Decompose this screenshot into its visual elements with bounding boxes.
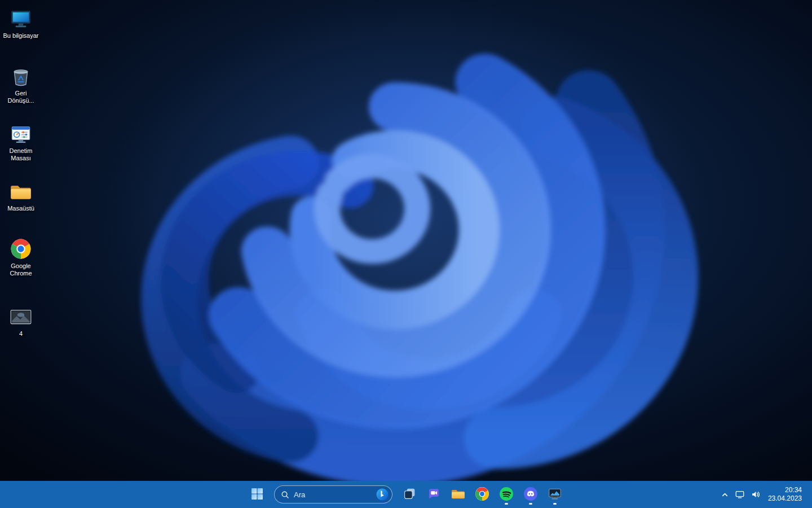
desktop-icon-masaustu-folder[interactable]: Masaüstü: [1, 176, 41, 234]
desktop-icon-recycle-bin[interactable]: Geri Dönüşü...: [1, 61, 41, 119]
this-pc-icon: [9, 7, 33, 30]
volume-icon: [751, 489, 761, 500]
desktop-icon-label: Masaüstü: [7, 205, 34, 212]
chrome-icon: [475, 487, 489, 503]
running-indicator: [505, 503, 508, 505]
folder-icon: [9, 179, 33, 203]
recycle-bin-icon: [9, 64, 33, 88]
desktop-icon-label: 4: [19, 330, 23, 338]
clock[interactable]: 20:34 23.04.2023: [764, 484, 806, 505]
clock-date: 23.04.2023: [768, 494, 802, 503]
file-explorer-button[interactable]: [447, 483, 469, 506]
show-desktop-button[interactable]: [806, 481, 810, 508]
monitor-chart-icon: [548, 487, 562, 503]
desktop-icon-control-panel[interactable]: Denetim Masası: [1, 119, 41, 176]
running-indicator: [529, 503, 532, 505]
clock-time: 20:34: [768, 486, 802, 494]
windows-logo-icon: [250, 487, 264, 502]
desktop-icon-this-pc[interactable]: Bu bilgisayar: [1, 3, 41, 61]
bing-search-button[interactable]: [375, 487, 390, 502]
discord-icon: [523, 487, 538, 503]
chrome-button[interactable]: [471, 483, 493, 506]
chevron-up-icon: [721, 491, 729, 499]
running-indicator: [553, 503, 557, 505]
task-view-icon: [403, 487, 417, 502]
search-icon: [281, 491, 289, 499]
folder-icon: [451, 486, 466, 503]
wallpaper: [0, 0, 812, 481]
desktop-icon-label: Geri Dönüşü...: [1, 90, 41, 104]
network-button[interactable]: [732, 484, 748, 505]
chat-button[interactable]: [422, 483, 445, 506]
discord-button[interactable]: [519, 483, 542, 506]
display-network-icon: [735, 489, 745, 500]
volume-button[interactable]: [748, 484, 764, 505]
bing-icon: [376, 488, 389, 501]
taskbar-center: [246, 481, 566, 508]
desktop-icon-image-4[interactable]: 4: [1, 301, 41, 359]
desktop: Bu bilgisayar Geri Dönüşü...: [0, 0, 812, 481]
task-view-button[interactable]: [398, 483, 421, 506]
desktop-icon-label: Bu bilgisayar: [3, 32, 39, 40]
chat-icon: [427, 487, 441, 502]
system-tray: 20:34 23.04.2023: [718, 481, 812, 508]
search-input[interactable]: [294, 491, 370, 499]
desktop-icon-google-chrome[interactable]: Google Chrome: [1, 234, 41, 291]
desktop-icon-label: Google Chrome: [1, 262, 41, 277]
hidden-icons-button[interactable]: [718, 484, 732, 505]
chrome-icon: [9, 237, 33, 261]
spotify-button[interactable]: [495, 483, 518, 506]
system-monitor-button[interactable]: [544, 483, 566, 506]
control-panel-icon: [9, 122, 33, 146]
desktop-icon-label: Denetim Masası: [1, 147, 41, 162]
spotify-icon: [499, 487, 514, 503]
search-box: [274, 485, 392, 503]
image-thumbnail-icon: [9, 305, 33, 329]
start-button[interactable]: [246, 483, 268, 506]
taskbar: 20:34 23.04.2023: [0, 481, 812, 508]
desktop-icon-grid: Bu bilgisayar Geri Dönüşü...: [1, 3, 41, 359]
